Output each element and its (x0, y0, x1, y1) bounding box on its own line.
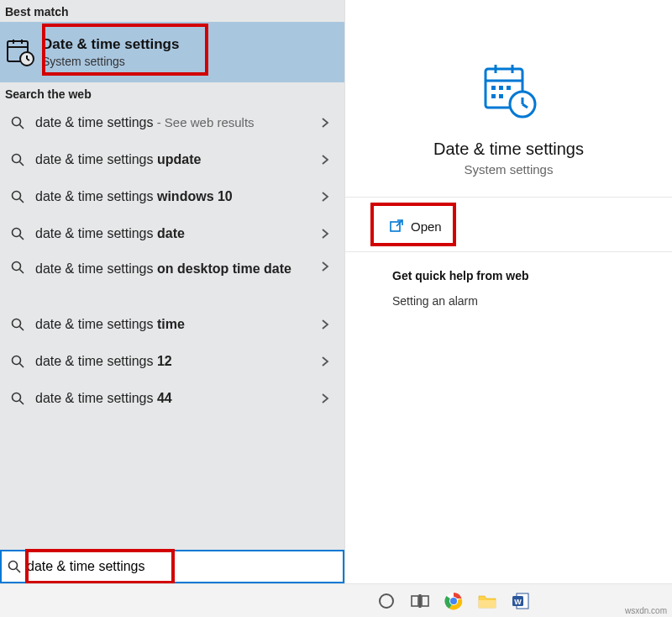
separator (345, 251, 672, 252)
svg-point-17 (13, 319, 21, 328)
web-result-text: date & time settings - See web results (35, 114, 321, 132)
svg-point-9 (13, 155, 21, 163)
best-match-header: Best match (0, 0, 344, 22)
calendar-clock-icon (475, 57, 543, 124)
web-result-item[interactable]: date & time settings time (0, 306, 344, 343)
word-icon[interactable]: W (504, 584, 538, 618)
best-match-title: Date & time settings (42, 36, 179, 53)
search-icon (8, 153, 27, 166)
open-icon (389, 219, 411, 234)
svg-line-20 (20, 364, 24, 368)
chrome-icon[interactable] (437, 584, 470, 618)
best-match-subtitle: System settings (42, 55, 179, 68)
svg-rect-40 (412, 596, 418, 606)
chevron-right-icon (321, 228, 336, 240)
cortana-icon[interactable] (370, 584, 403, 618)
svg-rect-41 (422, 596, 428, 606)
svg-line-24 (17, 569, 21, 573)
search-input[interactable] (27, 551, 343, 582)
svg-line-12 (20, 199, 24, 203)
svg-point-21 (13, 393, 21, 402)
search-icon (8, 116, 27, 129)
svg-rect-46 (479, 600, 496, 608)
web-result-item[interactable]: date & time settings date (0, 215, 344, 252)
preview-pane: Date & time settings System settings Ope… (344, 0, 672, 583)
svg-line-14 (20, 236, 24, 240)
search-web-header: Search the web (0, 82, 344, 104)
web-result-item[interactable]: date & time settings on desktop time dat… (0, 252, 344, 306)
open-button[interactable]: Open (375, 206, 642, 246)
search-icon (2, 560, 27, 573)
search-icon (8, 355, 27, 368)
help-link[interactable]: Setting an alarm (392, 294, 625, 308)
web-result-item[interactable]: date & time settings windows 10 (0, 178, 344, 215)
svg-line-18 (20, 327, 24, 331)
web-result-item[interactable]: date & time settings update (0, 141, 344, 178)
svg-rect-32 (491, 94, 496, 98)
calendar-clock-icon (2, 34, 39, 71)
svg-rect-29 (491, 86, 496, 90)
file-explorer-icon[interactable] (470, 584, 504, 618)
web-result-text: date & time settings time (35, 316, 321, 334)
svg-point-13 (13, 229, 21, 237)
svg-line-8 (20, 125, 24, 129)
svg-point-7 (13, 118, 21, 126)
search-box[interactable] (0, 550, 344, 583)
search-results-pane: Best match Date & time settings (0, 0, 344, 583)
web-results-list: date & time settings - See web resultsda… (0, 104, 344, 550)
chevron-right-icon (321, 117, 336, 129)
svg-point-23 (9, 562, 18, 570)
svg-line-22 (20, 401, 24, 405)
chevron-right-icon (321, 319, 336, 330)
chevron-right-icon (321, 261, 336, 272)
taskbar: W wsxdn.com (0, 583, 672, 617)
svg-point-39 (380, 594, 393, 608)
best-match-result[interactable]: Date & time settings System settings (0, 22, 344, 82)
svg-point-11 (13, 192, 21, 200)
task-view-icon[interactable] (403, 584, 437, 618)
svg-line-10 (20, 162, 24, 166)
search-icon (8, 261, 27, 274)
chevron-right-icon (321, 393, 336, 404)
svg-rect-33 (499, 94, 503, 98)
chevron-right-icon (321, 154, 336, 166)
svg-point-19 (13, 356, 21, 365)
web-result-item[interactable]: date & time settings 44 (0, 380, 344, 417)
svg-rect-42 (419, 594, 422, 608)
svg-rect-31 (507, 86, 511, 90)
web-result-item[interactable]: date & time settings - See web results (0, 104, 344, 141)
search-icon (8, 227, 27, 240)
chevron-right-icon (321, 356, 336, 367)
svg-point-15 (13, 262, 21, 271)
web-result-text: date & time settings windows 10 (35, 188, 321, 206)
svg-point-45 (450, 598, 457, 604)
web-result-text: date & time settings 12 (35, 353, 321, 371)
web-result-text: date & time settings date (35, 225, 321, 243)
open-label: Open (411, 219, 442, 234)
search-icon (8, 318, 27, 331)
svg-rect-30 (499, 86, 503, 90)
quick-help-header: Get quick help from web (392, 269, 625, 282)
watermark: wsxdn.com (625, 606, 667, 615)
web-result-text: date & time settings on desktop time dat… (35, 261, 321, 278)
web-result-text: date & time settings update (35, 151, 321, 169)
web-result-item[interactable]: date & time settings 12 (0, 343, 344, 380)
search-icon (8, 392, 27, 405)
svg-line-16 (20, 270, 24, 274)
preview-title: Date & time settings (433, 140, 584, 159)
search-icon (8, 190, 27, 203)
svg-text:W: W (514, 597, 522, 605)
preview-subtitle: System settings (465, 162, 554, 177)
web-result-text: date & time settings 44 (35, 390, 321, 408)
chevron-right-icon (321, 191, 336, 203)
